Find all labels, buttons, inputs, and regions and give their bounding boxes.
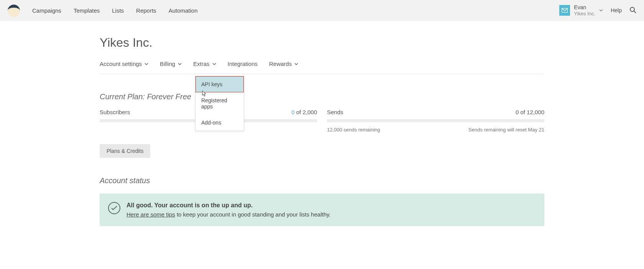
dropdown-label: API keys xyxy=(201,81,222,87)
subnav-extras[interactable]: Extras xyxy=(193,61,216,67)
sends-remaining-text: 12,000 sends remaining xyxy=(327,127,380,133)
chevron-down-icon xyxy=(178,61,182,67)
svg-point-1 xyxy=(630,7,634,11)
sends-reset-text: Sends remaining will reset May 21 xyxy=(468,127,544,133)
check-circle-icon xyxy=(108,202,120,214)
subnav-label: Rewards xyxy=(269,61,292,67)
dropdown-add-ons[interactable]: Add-ons xyxy=(196,115,244,131)
subnav-label: Billing xyxy=(160,61,175,67)
user-name: Evan xyxy=(574,4,595,11)
nav-lists[interactable]: Lists xyxy=(112,7,124,14)
dropdown-api-keys[interactable]: API keys xyxy=(196,76,244,92)
sends-label: Sends xyxy=(327,109,343,115)
chevron-down-icon xyxy=(599,7,603,13)
nav-templates[interactable]: Templates xyxy=(74,7,100,14)
subscribers-value: 0 of 2,000 xyxy=(291,109,317,115)
help-link[interactable]: Help xyxy=(611,7,622,13)
plans-credits-button[interactable]: Plans & Credits xyxy=(100,144,150,158)
chevron-down-icon xyxy=(212,61,216,67)
svg-line-2 xyxy=(634,11,636,13)
extras-dropdown: API keys Registered apps Add-ons xyxy=(195,76,244,131)
subnav-account-settings[interactable]: Account settings xyxy=(100,61,148,67)
subnav-integrations[interactable]: Integrations xyxy=(228,61,258,67)
dropdown-registered-apps[interactable]: Registered apps xyxy=(196,92,244,115)
subnav-label: Account settings xyxy=(100,61,142,67)
subscribers-label: Subscribers xyxy=(100,109,130,115)
status-desc-rest: to keep your account in good standing an… xyxy=(175,211,331,218)
logo-freddy[interactable] xyxy=(8,5,20,17)
account-status-heading: Account status xyxy=(100,176,544,185)
nav-campaigns[interactable]: Campaigns xyxy=(32,7,61,14)
page-title: Yikes Inc. xyxy=(100,21,544,61)
mail-icon xyxy=(559,5,570,16)
nav-automation[interactable]: Automation xyxy=(169,7,198,14)
subnav-billing[interactable]: Billing xyxy=(160,61,182,67)
user-org: Yikes Inc. xyxy=(574,11,595,17)
sends-value: 0 of 12,000 xyxy=(516,109,544,115)
nav-reports[interactable]: Reports xyxy=(136,7,156,14)
status-title: All good. Your account is on the up and … xyxy=(127,202,331,209)
subnav-label: Integrations xyxy=(228,61,258,67)
account-status-banner: All good. Your account is on the up and … xyxy=(100,194,544,226)
current-plan-heading: Current Plan: Forever Free xyxy=(100,92,544,101)
user-menu[interactable]: Evan Yikes Inc. xyxy=(559,4,603,16)
chevron-down-icon xyxy=(145,61,148,67)
subnav-rewards[interactable]: Rewards xyxy=(269,61,298,67)
status-tips-link[interactable]: Here are some tips xyxy=(127,211,175,218)
sends-progress xyxy=(327,119,544,122)
chevron-down-icon xyxy=(294,61,298,67)
search-icon[interactable] xyxy=(629,7,636,15)
subnav-label: Extras xyxy=(193,61,210,67)
